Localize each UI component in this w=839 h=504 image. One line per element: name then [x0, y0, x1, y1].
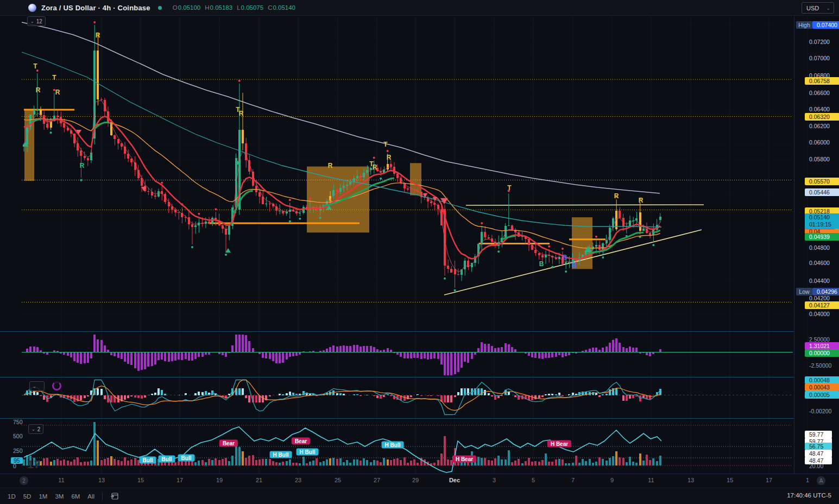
- indicator-collapse-panel4[interactable]: ⌄ 2: [28, 424, 43, 434]
- price-label: 0.00000: [805, 349, 839, 357]
- time-tick-label: 15: [137, 477, 144, 483]
- price-label: 0.06320: [805, 113, 839, 121]
- signal-chip-bull: Bull: [159, 456, 175, 463]
- price-label: 0.04127: [805, 301, 839, 309]
- time-tick-label: 19: [216, 477, 223, 483]
- price-label: 59.77: [805, 431, 832, 438]
- signal-letter-r: R: [96, 32, 100, 39]
- time-tick-label: 17: [766, 477, 772, 483]
- indicator-collapse-panel3[interactable]: ⌄: [29, 381, 45, 391]
- time-tick-label: 29: [412, 477, 419, 483]
- time-tick-label: 7: [571, 477, 575, 483]
- signal-chip-bear: Bear: [219, 440, 238, 447]
- chevron-down-icon: ⌄: [31, 427, 35, 432]
- signal-chip-bear: Bear: [292, 438, 310, 445]
- price-label: 1.31021: [805, 342, 839, 350]
- time-tick-label: 3: [493, 477, 496, 483]
- signal-chip-bull: Bull: [140, 457, 156, 464]
- time-tick-label: Dec: [449, 477, 460, 483]
- signal-letter-t: T: [507, 184, 511, 192]
- signal-letter-r: R: [36, 86, 41, 94]
- signal-letter-b: B: [572, 262, 577, 269]
- price-label: 0.04600: [805, 259, 839, 267]
- toolbar-divider: [102, 493, 103, 500]
- panel-separator[interactable]: [0, 331, 794, 332]
- time-tick-label: 25: [335, 477, 341, 483]
- time-tick-label: 11: [648, 477, 654, 483]
- signal-letter-r: R: [373, 163, 377, 171]
- range-button-all[interactable]: All: [87, 493, 94, 500]
- price-label: 0.04400: [805, 277, 839, 285]
- signal-letter-t: T: [33, 62, 37, 70]
- signal-letter-t: T: [383, 141, 387, 148]
- price-label: 0.05800: [805, 155, 839, 163]
- signal-chip-bear: H Bear: [547, 440, 571, 448]
- indicator-count: 2: [37, 426, 41, 432]
- trading-app: Zora / US Dollar · 4h · Coinbase O0.0510…: [0, 0, 839, 504]
- time-tick-label: 13: [687, 477, 694, 483]
- signal-chip-bull: H Bull: [297, 449, 319, 456]
- price-label: 56.75: [805, 443, 832, 450]
- price-label: 0.04000: [805, 310, 839, 318]
- price-label: 48.47: [805, 450, 832, 457]
- price-label: 0.06200: [805, 122, 839, 130]
- volume-scale-label: 0: [13, 463, 16, 469]
- price-label: 0.07200: [805, 38, 839, 46]
- price-label: -0.00200: [805, 407, 839, 415]
- range-button-1d[interactable]: 1D: [8, 493, 16, 500]
- indicator-collapse-main[interactable]: ⌄ 12: [27, 16, 46, 26]
- signal-letter-t: T: [52, 74, 56, 81]
- range-button-5d[interactable]: 5D: [23, 493, 31, 500]
- go-to-date-icon[interactable]: [110, 492, 119, 500]
- signal-letter-r: R: [387, 154, 392, 161]
- price-label: 0.04800: [805, 244, 839, 251]
- price-range-chip: High: [796, 21, 812, 29]
- price-label: 0.05446: [805, 188, 839, 196]
- panel-separator[interactable]: [0, 418, 794, 419]
- main-chart-canvas[interactable]: [0, 0, 839, 504]
- signal-letter-r: R: [639, 197, 644, 204]
- loading-spinner-icon: [52, 381, 61, 390]
- time-tick-label: 23: [295, 477, 301, 483]
- signal-chip-bull: Bull: [178, 455, 195, 462]
- price-label: 0.05570: [805, 178, 839, 185]
- range-buttons: 1D5D1M3M6MAll: [0, 493, 94, 500]
- price-label: 0.04200: [805, 294, 839, 302]
- time-tick-label: 21: [256, 477, 262, 483]
- price-label: 0.00048: [805, 376, 839, 384]
- price-label: 0.04939: [805, 233, 839, 241]
- time-tick-label: 11: [58, 477, 64, 483]
- time-axis[interactable]: 11131517192123252729Dec35791113151712A: [0, 474, 839, 488]
- tradingview-watermark: 17: [27, 458, 41, 471]
- range-button-6m[interactable]: 6M: [71, 493, 80, 500]
- time-tick-label: 15: [727, 477, 733, 483]
- axis-left-badge[interactable]: 2: [20, 476, 28, 485]
- session-clock[interactable]: 17:40:46 UTC-5: [787, 492, 831, 499]
- signal-chip-bull: H Bull: [270, 451, 292, 458]
- price-label: -2.50000: [805, 362, 839, 369]
- signal-chip-bull: H Bull: [382, 442, 404, 449]
- price-label: 20.00: [805, 462, 839, 470]
- price-label: 0.07000: [805, 54, 839, 62]
- indicator-count: 12: [36, 18, 42, 24]
- panel-separator[interactable]: [0, 377, 794, 377]
- auto-scale-badge[interactable]: A: [817, 476, 825, 485]
- price-label: 0.00043: [805, 383, 839, 391]
- volume-scale-label: 750: [13, 419, 23, 425]
- time-tick-label: 17: [176, 477, 183, 483]
- price-axis-border: [794, 15, 794, 474]
- volume-scale-label: 250: [13, 448, 23, 454]
- signal-letter-b: B: [539, 260, 544, 268]
- time-tick-label: 27: [374, 477, 380, 483]
- price-label: 0.07400: [812, 21, 839, 29]
- range-button-1m[interactable]: 1M: [39, 493, 47, 500]
- signal-letter-r: R: [239, 110, 244, 117]
- price-label: 0.06000: [805, 138, 839, 146]
- signal-chip-bear: H Bear: [452, 456, 476, 463]
- signal-letter-r: R: [328, 162, 333, 169]
- signal-letter-r: R: [80, 162, 85, 169]
- range-button-3m[interactable]: 3M: [55, 493, 64, 500]
- price-label: 0.06400: [805, 105, 839, 113]
- price-label: 0.00005: [805, 391, 839, 399]
- price-label[interactable]: 0.0514001:19:15: [805, 213, 839, 229]
